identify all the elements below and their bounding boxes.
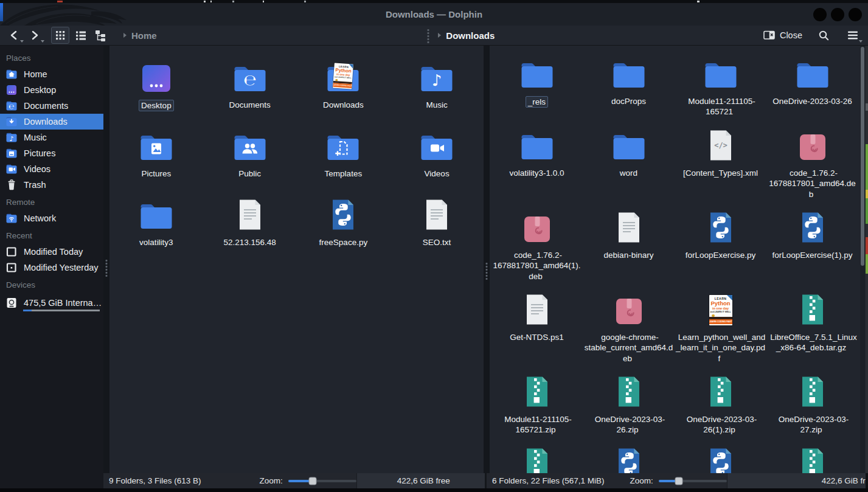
file-tile[interactable]: LEARNPython in one dayand LEARN IT WELL … <box>297 61 391 130</box>
file-name: word <box>617 168 640 178</box>
window-close-button[interactable] <box>849 8 862 21</box>
folder-icon <box>611 130 647 161</box>
sidebar-item-documents[interactable]: ℮Documents <box>0 98 103 114</box>
file-tile[interactable]: SEO.txt <box>390 199 484 268</box>
file-tile[interactable] <box>766 448 858 473</box>
sidebar-item-modified-today[interactable]: Modified Today <box>0 244 103 260</box>
sidebar-item-pictures[interactable]: Pictures <box>0 145 103 161</box>
scrollbar-thumb[interactable] <box>861 47 864 266</box>
file-tile[interactable]: OneDrive-2023-03-26.zip <box>583 376 675 448</box>
file-tile[interactable]: freeSpace.py <box>297 199 391 268</box>
pane-splitter[interactable] <box>484 46 490 473</box>
file-tile[interactable]: volatility3 <box>109 199 203 268</box>
file-tile[interactable]: forLoopExercise.py <box>675 212 766 294</box>
file-tile[interactable]: volatility3-1.0.0 <box>491 130 583 212</box>
deb-icon <box>523 212 551 243</box>
right-free-space: 422,6 GiB free <box>727 473 866 488</box>
file-tile[interactable]: Get-NTDS.ps1 <box>491 294 583 376</box>
right-zoom-slider[interactable] <box>659 480 727 482</box>
sidebar-item-label: Desktop <box>24 85 56 95</box>
zip-icon <box>800 376 825 407</box>
file-tile[interactable]: Public <box>203 130 297 199</box>
file-tile[interactable]: LibreOffice_7.5.1_Linux_x86-64_deb.tar.g… <box>766 294 858 376</box>
file-tile[interactable]: OneDrive-2023-03-27.zip <box>766 376 858 448</box>
sidebar-splitter[interactable] <box>103 46 109 473</box>
right-statusbar: 6 Folders, 22 Files (567,1 MiB) Zoom: 42… <box>487 473 866 488</box>
sidebar-item-label: Trash <box>24 180 46 190</box>
details-view-button[interactable] <box>92 27 108 43</box>
file-tile[interactable]: OneDrive-2023-03-26 <box>766 58 858 130</box>
file-tile[interactable] <box>491 448 583 473</box>
file-tile[interactable]: debian-binary <box>583 212 675 294</box>
sidebar-item-475-5-gib-interna[interactable]: 475,5 GiB Interna… <box>0 293 103 313</box>
file-tile[interactable]: Pictures <box>109 130 203 199</box>
file-tile[interactable]: Videos <box>390 130 484 199</box>
breadcrumb-right[interactable]: Downloads <box>437 30 495 41</box>
doc-icon <box>425 199 449 230</box>
file-tile[interactable]: google-chrome-stable_current_amd64.deb <box>583 294 675 376</box>
disk-usage-bar <box>23 310 100 311</box>
breadcrumb-left-label[interactable]: Home <box>131 30 157 41</box>
breadcrumb-left[interactable]: Home <box>123 30 157 41</box>
window-minimize-button[interactable] <box>813 8 827 21</box>
file-tile[interactable]: OneDrive-2023-03-26(1).zip <box>675 376 766 448</box>
file-tile[interactable]: LEARNPython in one dayand LEARN IT WELL … <box>675 294 766 376</box>
file-tile[interactable]: Desktop <box>109 61 203 130</box>
icons-view-button[interactable] <box>51 27 69 44</box>
file-tile[interactable]: _rels <box>491 58 583 130</box>
back-button[interactable] <box>6 27 22 43</box>
status-row: 9 Folders, 3 Files (613 B) Zoom: 422,6 G… <box>0 473 868 488</box>
window-maximize-button[interactable] <box>831 8 844 21</box>
file-tile[interactable]: docProps <box>583 58 675 130</box>
free-space-label: 422,6 GiB free <box>822 476 866 485</box>
sidebar-item-videos[interactable]: Videos <box>0 161 103 177</box>
sidebar-item-downloads[interactable]: Downloads <box>0 114 103 130</box>
sidebar-item-music[interactable]: ♪Music <box>0 130 103 145</box>
file-tile[interactable]: 52.213.156.48 <box>203 199 297 268</box>
back-dropdown-caret-icon <box>20 40 24 43</box>
sidebar-section-title: Devices <box>0 275 103 293</box>
file-tile[interactable]: code_1.76.2-1678817801_amd64(1).deb <box>491 212 583 294</box>
sidebar-item-desktop[interactable]: Desktop <box>0 82 103 98</box>
sidebar-item-trash[interactable]: Trash <box>0 177 103 193</box>
file-name: docProps <box>609 96 648 106</box>
file-name: volatility3-1.0.0 <box>507 168 566 178</box>
sidebar-item-network[interactable]: Network <box>0 210 103 226</box>
breadcrumb-right-label[interactable]: Downloads <box>446 30 495 41</box>
file-name: Downloads <box>321 100 366 110</box>
left-zoom-slider[interactable] <box>288 480 356 482</box>
search-button[interactable] <box>816 27 832 43</box>
python-icon <box>617 448 641 473</box>
file-tile[interactable]: word <box>583 130 675 212</box>
zoom-slider-handle[interactable] <box>675 477 683 485</box>
file-name: Music <box>423 100 450 110</box>
close-split-view-button[interactable]: Close <box>763 30 802 40</box>
file-tile[interactable]: Module11-211105-165721.zip <box>491 376 583 448</box>
sidebar-item-home[interactable]: Home <box>0 66 103 82</box>
forward-button[interactable] <box>27 27 43 43</box>
file-tile[interactable]: forLoopExercise(1).py <box>766 212 858 294</box>
file-tile[interactable]: Module11-211105-165721 <box>675 58 766 130</box>
menu-button[interactable] <box>845 27 861 43</box>
file-tile[interactable]: Templates <box>297 130 391 199</box>
zoom-slider-handle[interactable] <box>309 477 317 485</box>
file-tile[interactable] <box>675 448 766 473</box>
file-tile[interactable]: code_1.76.2-1678817801_amd64.deb <box>766 130 858 212</box>
file-tile[interactable]: ℮Documents <box>203 61 297 130</box>
file-tile[interactable] <box>583 448 675 473</box>
file-name: Module11-211105-165721 <box>676 96 766 117</box>
file-name: SEO.txt <box>420 237 454 248</box>
calendar-icon <box>5 246 18 258</box>
file-name: code_1.76.2-1678817801_amd64.deb <box>768 168 858 199</box>
compact-view-button[interactable] <box>73 27 89 43</box>
file-tile[interactable]: ♪Music <box>390 61 484 130</box>
sidebar-item-modified-yesterday[interactable]: Modified Yesterday <box>0 260 103 275</box>
splitter-grip <box>428 28 429 44</box>
file-tile[interactable]: </>[Content_Types].xml <box>675 130 766 212</box>
doc-icon <box>525 294 549 325</box>
left-free-space: 422,6 GiB free <box>356 473 485 488</box>
pane-splitter-handle[interactable] <box>425 26 431 45</box>
main-area: Places Home Desktop ℮Documents Downloads… <box>0 46 868 473</box>
scrollbar-track[interactable] <box>860 46 865 473</box>
sidebar-item-label: Pictures <box>24 148 55 158</box>
